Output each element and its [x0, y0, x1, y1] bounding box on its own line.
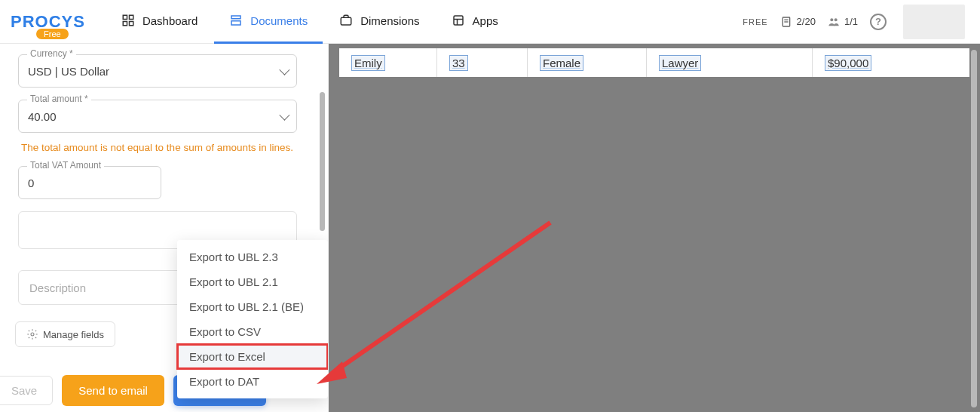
- svg-point-15: [31, 333, 34, 336]
- total-warning: The total amount is not equal to the sum…: [18, 140, 303, 155]
- users-stat-value: 1/1: [844, 16, 858, 27]
- total-select[interactable]: 40.00: [18, 100, 297, 133]
- export-ubl21be[interactable]: Export to UBL 2.1 (BE): [177, 294, 328, 319]
- nav-dimensions-label: Dimensions: [360, 14, 419, 27]
- export-csv[interactable]: Export to CSV: [177, 319, 328, 344]
- currency-value: USD | US Dollar: [28, 65, 109, 78]
- manage-fields-label: Manage fields: [43, 329, 104, 340]
- total-value: 40.00: [28, 110, 57, 123]
- svg-rect-6: [341, 17, 351, 25]
- form-panel: Currency * USD | US Dollar Total amount …: [0, 44, 329, 412]
- nav-apps[interactable]: Apps: [436, 0, 513, 44]
- top-right: FREE 2/20 1/1 ?: [743, 5, 965, 39]
- dimensions-icon: [339, 14, 353, 27]
- users-icon: [828, 16, 840, 28]
- nav-dashboard-label: Dashboard: [142, 14, 198, 27]
- cell-gender[interactable]: Female: [528, 48, 647, 77]
- nav-apps-label: Apps: [473, 14, 498, 27]
- dashboard-icon: [121, 14, 135, 27]
- export-ubl23[interactable]: Export to UBL 2.3: [177, 244, 328, 269]
- chevron-down-icon: [279, 110, 289, 121]
- svg-rect-7: [454, 16, 463, 25]
- logo-wrap: PROCYS Free: [11, 12, 85, 32]
- export-dat[interactable]: Export to DAT: [177, 369, 328, 394]
- profile-block[interactable]: [903, 5, 965, 39]
- cell-salary-value: $90,000: [825, 55, 871, 71]
- svg-rect-5: [231, 21, 240, 25]
- description-placeholder: Description: [29, 281, 86, 294]
- send-email-button[interactable]: Send to email: [62, 375, 164, 406]
- documents-icon: [229, 14, 243, 27]
- currency-label: Currency *: [27, 48, 76, 59]
- users-stat[interactable]: 1/1: [828, 16, 858, 28]
- export-excel[interactable]: Export to Excel: [177, 344, 328, 369]
- cell-name[interactable]: Emily: [339, 48, 437, 77]
- nav-documents[interactable]: Documents: [214, 0, 323, 44]
- currency-select[interactable]: USD | US Dollar: [18, 54, 297, 88]
- docs-stat[interactable]: 2/20: [780, 16, 816, 28]
- gear-icon: [26, 328, 38, 340]
- cell-job[interactable]: Lawyer: [647, 48, 813, 77]
- chevron-down-icon: [279, 65, 289, 75]
- cell-age[interactable]: 33: [437, 48, 528, 77]
- help-button[interactable]: ?: [870, 14, 887, 30]
- cell-gender-value: Female: [540, 55, 583, 71]
- plan-badge: FREE: [743, 17, 767, 26]
- table-row: Emily 33 Female Lawyer $90,000: [339, 48, 969, 77]
- vat-label: Total VAT Amount: [27, 160, 104, 171]
- vat-value: 0: [28, 177, 34, 189]
- top-bar: PROCYS Free Dashboard Documents Dimensio…: [0, 0, 980, 44]
- free-badge: Free: [36, 29, 69, 39]
- svg-rect-4: [231, 16, 240, 19]
- vat-field: Total VAT Amount 0: [18, 166, 310, 199]
- docs-stat-value: 2/20: [797, 16, 816, 27]
- export-ubl21[interactable]: Export to UBL 2.1: [177, 269, 328, 294]
- nav-dimensions[interactable]: Dimensions: [324, 0, 434, 44]
- svg-rect-0: [123, 15, 127, 19]
- main-area: Currency * USD | US Dollar Total amount …: [0, 44, 980, 412]
- svg-rect-1: [129, 15, 133, 19]
- total-label: Total amount *: [27, 94, 91, 104]
- preview-panel: Emily 33 Female Lawyer $90,000: [329, 44, 980, 412]
- document-icon: [780, 16, 792, 28]
- nav-dashboard[interactable]: Dashboard: [106, 0, 213, 44]
- apps-icon: [452, 14, 465, 27]
- form-scrollbar[interactable]: [320, 92, 325, 231]
- main-nav: Dashboard Documents Dimensions Apps: [106, 0, 513, 44]
- save-button[interactable]: Save: [0, 376, 53, 405]
- currency-field: Currency * USD | US Dollar: [18, 54, 310, 88]
- cell-age-value: 33: [449, 55, 468, 71]
- svg-point-13: [830, 18, 833, 21]
- nav-documents-label: Documents: [250, 14, 308, 27]
- svg-rect-3: [129, 22, 133, 26]
- svg-point-14: [835, 18, 838, 21]
- cell-job-value: Lawyer: [659, 55, 701, 71]
- svg-rect-2: [123, 22, 127, 26]
- cell-salary[interactable]: $90,000: [813, 48, 969, 77]
- total-field: Total amount * 40.00: [18, 100, 310, 133]
- preview-scrollbar[interactable]: [971, 50, 977, 407]
- manage-fields-button[interactable]: Manage fields: [15, 321, 115, 347]
- export-menu: Export to UBL 2.3 Export to UBL 2.1 Expo…: [177, 240, 328, 398]
- vat-input[interactable]: 0: [18, 166, 161, 199]
- cell-name-value: Emily: [351, 55, 385, 71]
